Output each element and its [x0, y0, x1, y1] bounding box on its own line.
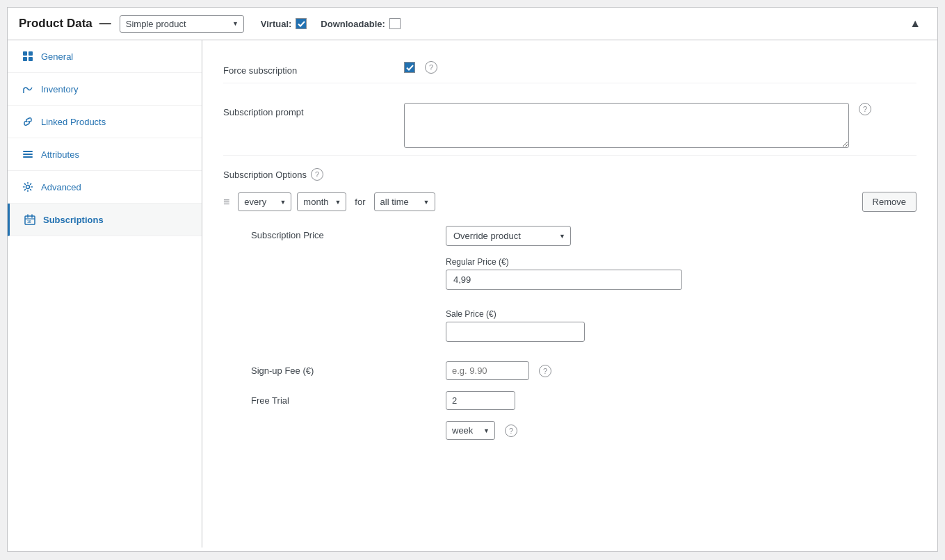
free-trial-row: Free Trial	[251, 391, 916, 410]
virtual-option: Virtual:	[261, 18, 307, 29]
svg-text:10: 10	[27, 220, 31, 224]
main-content: Force subscription ? Subscription prompt…	[202, 40, 937, 547]
subscription-price-section: Subscription Price Override product Use …	[251, 226, 916, 440]
force-subscription-row: Force subscription ?	[223, 54, 916, 83]
subscription-prompt-input[interactable]	[404, 103, 849, 148]
downloadable-option: Downloadable:	[321, 18, 400, 29]
override-select-wrapper: Override product Use product price Custo…	[446, 226, 571, 246]
free-trial-period-spacer	[251, 421, 446, 425]
signup-fee-field: ?	[446, 361, 916, 380]
subscription-prompt-label: Subscription prompt	[223, 103, 404, 117]
free-trial-field	[446, 391, 916, 410]
sale-price-label: Sale Price (€)	[446, 309, 916, 319]
free-trial-period-select[interactable]: day week month year	[446, 421, 495, 440]
regular-price-label: Regular Price (€)	[446, 257, 916, 267]
sidebar-item-advanced[interactable]: Advanced	[8, 171, 202, 204]
panel-body: General Inventory Linked Products	[8, 40, 937, 547]
duration-select[interactable]: all time 1 month 3 months 6 months 1 yea…	[374, 192, 435, 211]
regular-price-field: Regular Price (€)	[446, 257, 916, 298]
sub-price-field: Override product Use product price Custo…	[446, 226, 916, 246]
period-select[interactable]: day week month year	[297, 192, 346, 211]
remove-button[interactable]: Remove	[862, 192, 916, 212]
signup-fee-help-icon[interactable]: ?	[539, 365, 551, 377]
sidebar-item-general[interactable]: General	[8, 40, 202, 73]
regular-price-spacer	[251, 257, 446, 261]
panel-header: Product Data — Simple product Grouped pr…	[8, 8, 937, 40]
calendar-icon: 10	[24, 213, 36, 226]
for-text: for	[355, 197, 365, 207]
sale-price-spacer	[251, 309, 446, 313]
svg-rect-4	[23, 151, 33, 152]
signup-fee-label: Sign-up Fee (€)	[251, 361, 446, 376]
free-trial-period-help-icon[interactable]: ?	[505, 425, 517, 437]
free-trial-period-field: day week month year ?	[446, 421, 916, 440]
drag-handle-icon[interactable]: ≡	[223, 196, 229, 208]
override-select[interactable]: Override product Use product price Custo…	[446, 226, 571, 246]
grid-icon	[22, 50, 34, 63]
downloadable-checkbox[interactable]	[389, 18, 401, 29]
downloadable-label: Downloadable:	[321, 19, 385, 29]
sidebar-item-general-label: General	[41, 51, 73, 62]
collapse-button[interactable]: ▲	[904, 15, 926, 33]
product-type-wrapper: Simple product Grouped product External/…	[120, 15, 244, 33]
sidebar-item-attributes-label: Attributes	[41, 149, 79, 160]
svg-rect-6	[23, 156, 33, 158]
sub-price-row: Subscription Price Override product Use …	[251, 226, 916, 246]
subscription-prompt-field: ?	[404, 103, 916, 148]
svg-rect-5	[23, 154, 33, 155]
subscription-options-help-icon[interactable]: ?	[311, 168, 323, 181]
free-trial-label: Free Trial	[251, 391, 446, 406]
signup-fee-row: Sign-up Fee (€) ?	[251, 361, 916, 380]
sub-price-label: Subscription Price	[251, 226, 446, 240]
chart-icon	[22, 83, 34, 95]
subscription-row: ≡ every every 2 every 3 day week month y…	[223, 192, 916, 212]
sale-price-field: Sale Price (€)	[446, 309, 916, 350]
product-type-select[interactable]: Simple product Grouped product External/…	[120, 15, 244, 33]
free-trial-period-row: day week month year ?	[251, 421, 916, 440]
subscription-options-title: Subscription Options	[223, 170, 307, 180]
week-select-wrapper: day week month year	[446, 421, 495, 440]
header-options: Virtual: Downloadable:	[261, 18, 401, 29]
list-icon	[22, 148, 34, 160]
sidebar-item-advanced-label: Advanced	[41, 182, 81, 192]
sale-price-row: Sale Price (€)	[251, 309, 916, 350]
period-select-wrapper: day week month year	[297, 192, 346, 211]
force-subscription-help-icon[interactable]: ?	[425, 61, 437, 74]
regular-price-input[interactable]	[446, 270, 682, 290]
virtual-checkbox[interactable]	[296, 18, 307, 29]
panel-title: Product Data	[19, 17, 92, 31]
sidebar-item-linked-products-label: Linked Products	[41, 117, 106, 127]
svg-rect-3	[29, 57, 33, 61]
product-data-panel: Product Data — Simple product Grouped pr…	[7, 7, 938, 552]
free-trial-input[interactable]	[446, 391, 515, 410]
sidebar-item-linked-products[interactable]: Linked Products	[8, 106, 202, 138]
svg-point-7	[26, 186, 30, 189]
every-select[interactable]: every every 2 every 3	[238, 192, 291, 211]
signup-fee-input[interactable]	[446, 361, 529, 380]
force-subscription-checkbox[interactable]	[404, 62, 415, 73]
sidebar-item-attributes[interactable]: Attributes	[8, 138, 202, 171]
svg-rect-2	[23, 57, 27, 61]
subscription-prompt-help-icon[interactable]: ?	[859, 103, 871, 115]
panel-dash: —	[99, 17, 111, 31]
sidebar-item-inventory[interactable]: Inventory	[8, 73, 202, 106]
force-subscription-field: ?	[404, 61, 916, 74]
duration-select-wrapper: all time 1 month 3 months 6 months 1 yea…	[374, 192, 435, 211]
link-icon	[22, 115, 34, 128]
subscription-prompt-row: Subscription prompt ?	[223, 96, 916, 156]
svg-rect-0	[23, 51, 27, 56]
every-select-wrapper: every every 2 every 3	[238, 192, 291, 211]
sidebar: General Inventory Linked Products	[8, 40, 202, 547]
virtual-label: Virtual:	[261, 19, 292, 29]
sidebar-item-subscriptions[interactable]: 10 Subscriptions	[8, 204, 202, 236]
gear-icon	[22, 181, 34, 193]
force-subscription-label: Force subscription	[223, 61, 404, 76]
svg-rect-1	[29, 51, 33, 56]
sidebar-item-inventory-label: Inventory	[41, 84, 78, 94]
sale-price-input[interactable]	[446, 322, 585, 342]
sidebar-item-subscriptions-label: Subscriptions	[43, 215, 104, 225]
regular-price-row: Regular Price (€)	[251, 257, 916, 298]
subscription-options-header: Subscription Options ?	[223, 168, 916, 181]
